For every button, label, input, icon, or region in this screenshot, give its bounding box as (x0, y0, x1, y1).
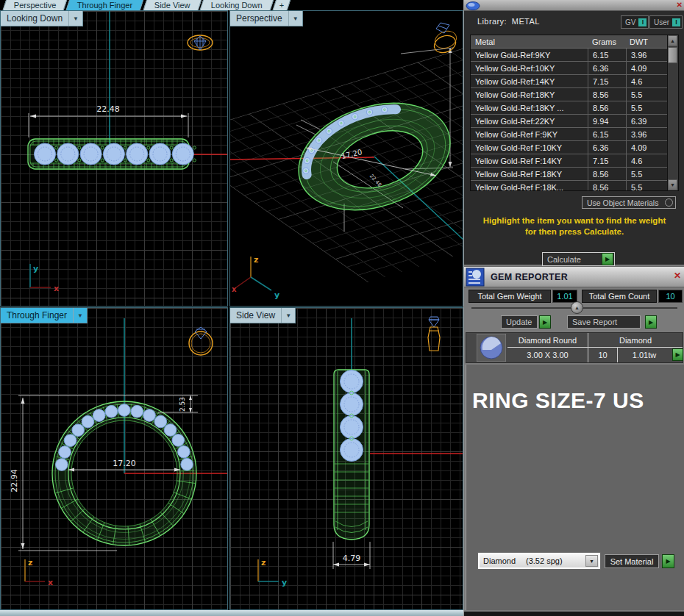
table-row[interactable]: Yellow Gold-Ref:18KY8.565.5 (471, 88, 678, 101)
save-report-button[interactable]: Save Report (567, 315, 641, 329)
table-row[interactable]: Yellow Gold-Ref F:18K...8.565.5 (471, 181, 678, 191)
table-row[interactable]: Yellow Gold-Ref F:10KY6.364.09 (471, 141, 678, 154)
chevron-down-icon[interactable]: ▼ (288, 11, 302, 26)
svg-text:x: x (54, 284, 59, 293)
svg-text:y: y (33, 264, 38, 273)
table-cell-metal: Yellow Gold-Ref:9KY (471, 49, 588, 61)
table-cell-metal: Yellow Gold-Ref F:10KY (471, 141, 588, 154)
table-row[interactable]: Yellow Gold-Ref:10KY6.364.09 (471, 62, 678, 75)
gem-reporter-header[interactable]: GEM REPORTER ✕ (464, 266, 684, 287)
through-finger-drawing: 22.94 17.20 2.53 z x (1, 308, 228, 610)
svg-text:z: z (261, 558, 266, 567)
tab-looking-down[interactable]: Looking Down (200, 0, 274, 10)
total-gem-weight-value: 1.01 (552, 290, 577, 303)
weight-calculator-panel: Library: METAL GVI UserI Metal Grams DWT… (464, 10, 684, 265)
table-cell-metal: Yellow Gold-Ref:10KY (471, 62, 588, 74)
dropdown-arrow-icon[interactable]: ▼ (585, 555, 598, 567)
viewport-title-label: Through Finger (1, 310, 73, 320)
add-viewport-tab-button[interactable]: + (273, 0, 291, 10)
metal-table-header: Metal Grams DWT (471, 35, 678, 49)
table-cell-grams: 8.56 (588, 168, 627, 180)
perspective-drawing: 17.20 22.48 z x y (230, 11, 463, 307)
divider-knob[interactable]: ▲ (571, 301, 583, 314)
gem-summary-row[interactable]: Diamond Round Diamond 3.00 X 3.00 10 1.0… (466, 332, 683, 363)
table-cell-grams: 9.94 (588, 115, 627, 127)
gem-reporter-icon (466, 268, 485, 287)
ring-band-side-view (334, 370, 369, 540)
viewport-looking-down[interactable]: 22.48 y x Looki (0, 10, 228, 307)
table-cell-grams: 7.15 (588, 154, 627, 167)
viewport-title-through-finger[interactable]: Through Finger ▼ (1, 308, 88, 323)
gem-count-cell: 10 (588, 348, 618, 362)
chevron-down-icon[interactable]: ▼ (281, 308, 295, 323)
table-scrollbar[interactable]: ▲ ▼ (667, 35, 678, 190)
viewport-perspective[interactable]: 17.20 22.48 z x y Perspective ▼ (229, 10, 463, 307)
ring-front-icon (189, 327, 213, 355)
update-go-icon[interactable]: ▶ (539, 315, 551, 329)
tab-through-finger[interactable]: Through Finger (66, 0, 144, 10)
scroll-thumb[interactable] (668, 47, 677, 63)
table-row[interactable]: Yellow Gold-Ref:9KY6.153.96 (471, 49, 678, 62)
table-row[interactable]: Yellow Gold-Ref:14KY7.154.6 (471, 75, 678, 88)
gem-row-go-icon[interactable]: ▶ (672, 348, 683, 361)
set-material-button[interactable]: Set Material (605, 554, 659, 568)
svg-text:y: y (282, 578, 287, 587)
ring-top-icon (188, 35, 213, 50)
table-cell-metal: Yellow Gold-Ref F:18KY (471, 168, 588, 180)
svg-text:z: z (28, 558, 32, 567)
table-cell-dwt: 5.5 (627, 168, 670, 180)
viewport-through-finger[interactable]: 22.94 17.20 2.53 z x Through Finger ▼ (0, 307, 228, 610)
side-view-drawing: 4.79 z y (230, 308, 463, 610)
table-row[interactable]: Yellow Gold-Ref:22KY9.946.39 (471, 115, 678, 128)
table-cell-metal: Yellow Gold-Ref F:9KY (471, 128, 588, 140)
tab-side-view[interactable]: Side View (143, 0, 202, 10)
gv-toggle[interactable]: GVI (621, 15, 649, 29)
scroll-up-button[interactable]: ▲ (668, 35, 677, 46)
axis-indicator: z y (258, 558, 287, 587)
calculate-go-icon[interactable]: ▶ (602, 253, 613, 265)
table-cell-dwt: 3.96 (627, 128, 670, 140)
dim-width-label: 22.48 (96, 104, 120, 114)
svg-text:y: y (274, 290, 279, 300)
user-toggle[interactable]: UserI (649, 15, 683, 29)
material-dropdown[interactable]: Diamond(3.52 spg) ▼ (478, 553, 600, 569)
dim-width-label: 4.79 (343, 554, 361, 563)
table-row[interactable]: Yellow Gold-Ref F:18KY8.565.5 (471, 168, 678, 181)
table-cell-grams: 6.36 (588, 141, 627, 154)
table-row[interactable]: Yellow Gold-Ref F:14KY7.154.6 (471, 154, 678, 168)
table-cell-grams: 7.15 (588, 75, 627, 87)
ring-perspective-icon (432, 23, 459, 56)
update-button[interactable]: Update (501, 315, 538, 329)
instruction-text-line2: for then press Calculate. (466, 226, 683, 237)
viewport-side-view[interactable]: 4.79 z y Side View ▼ (229, 307, 463, 610)
gem-material-cell: Diamond (588, 333, 683, 348)
table-cell-grams: 6.15 (588, 128, 627, 140)
table-cell-dwt: 4.6 (627, 75, 670, 87)
tab-perspective[interactable]: Perspective (3, 0, 68, 10)
looking-down-drawing: 22.48 y x (1, 11, 228, 307)
viewport-title-label: Side View (230, 310, 281, 320)
table-cell-metal: Yellow Gold-Ref F:18K... (471, 181, 588, 191)
table-cell-metal: Yellow Gold-Ref:18KY ... (471, 101, 588, 114)
viewport-title-label: Perspective (230, 13, 288, 24)
panel-title-bar[interactable]: ✕ (464, 0, 684, 10)
viewport-title-side-view[interactable]: Side View ▼ (230, 308, 296, 323)
table-row[interactable]: Yellow Gold-Ref:18KY ...8.565.5 (471, 101, 678, 115)
chevron-down-icon[interactable]: ▼ (68, 11, 82, 26)
gem-reporter-close-icon[interactable]: ✕ (674, 271, 681, 281)
save-report-go-icon[interactable]: ▶ (645, 315, 657, 329)
radio-circle-icon (665, 198, 673, 207)
metal-table: Metal Grams DWT Yellow Gold-Ref:9KY6.153… (470, 35, 679, 191)
table-row[interactable]: Yellow Gold-Ref F:9KY6.153.96 (471, 128, 678, 141)
viewport-title-looking-down[interactable]: Looking Down ▼ (1, 11, 83, 26)
instruction-text-line1: Highlight the item you want to find the … (466, 215, 683, 226)
axis-indicator: z x (25, 558, 53, 587)
axis-indicator: z x y (232, 255, 279, 300)
scroll-down-button[interactable]: ▼ (668, 179, 677, 190)
viewport-title-perspective[interactable]: Perspective ▼ (230, 11, 303, 26)
chevron-down-icon[interactable]: ▼ (73, 308, 87, 323)
use-object-materials-button[interactable]: Use Object Materials (582, 196, 676, 209)
close-icon[interactable]: ✕ (677, 0, 683, 10)
set-material-go-icon[interactable]: ▶ (662, 554, 674, 568)
table-cell-dwt: 4.09 (627, 62, 670, 74)
